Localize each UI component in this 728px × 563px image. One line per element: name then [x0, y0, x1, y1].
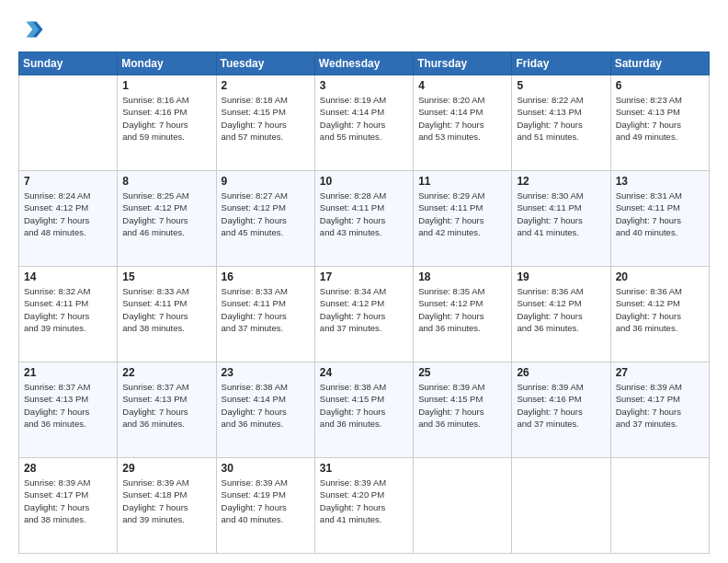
calendar-cell: 17Sunrise: 8:34 AMSunset: 4:12 PMDayligh…: [314, 267, 413, 362]
day-info: Sunrise: 8:39 AMSunset: 4:16 PMDaylight:…: [517, 381, 605, 430]
day-number: 6: [616, 79, 704, 92]
day-info: Sunrise: 8:38 AMSunset: 4:15 PMDaylight:…: [320, 381, 408, 430]
calendar-weekday-friday: Friday: [512, 52, 610, 75]
day-number: 12: [517, 175, 605, 188]
day-number: 10: [320, 175, 408, 188]
day-info: Sunrise: 8:24 AMSunset: 4:12 PMDaylight:…: [24, 190, 112, 238]
calendar-cell: 25Sunrise: 8:39 AMSunset: 4:15 PMDayligh…: [414, 362, 512, 458]
calendar-cell: 14Sunrise: 8:32 AMSunset: 4:11 PMDayligh…: [19, 267, 118, 362]
day-number: 1: [122, 79, 210, 92]
calendar-cell: 24Sunrise: 8:38 AMSunset: 4:15 PMDayligh…: [314, 362, 413, 458]
calendar-cell: 21Sunrise: 8:37 AMSunset: 4:13 PMDayligh…: [19, 362, 118, 458]
calendar-weekday-wednesday: Wednesday: [314, 52, 413, 75]
calendar-weekday-sunday: Sunday: [19, 52, 118, 75]
day-number: 29: [122, 462, 210, 475]
page: SundayMondayTuesdayWednesdayThursdayFrid…: [0, 0, 728, 563]
day-info: Sunrise: 8:27 AMSunset: 4:12 PMDaylight:…: [222, 190, 310, 238]
day-number: 28: [24, 462, 112, 475]
day-info: Sunrise: 8:39 AMSunset: 4:17 PMDaylight:…: [24, 477, 112, 525]
day-number: 11: [418, 175, 506, 188]
day-info: Sunrise: 8:37 AMSunset: 4:13 PMDaylight:…: [122, 381, 210, 430]
calendar-week-3: 14Sunrise: 8:32 AMSunset: 4:11 PMDayligh…: [19, 267, 710, 362]
day-info: Sunrise: 8:18 AMSunset: 4:15 PMDaylight:…: [222, 94, 310, 143]
calendar-header-row: SundayMondayTuesdayWednesdayThursdayFrid…: [19, 52, 710, 75]
day-info: Sunrise: 8:33 AMSunset: 4:11 PMDaylight:…: [122, 285, 210, 334]
calendar-table: SundayMondayTuesdayWednesdayThursdayFrid…: [18, 52, 710, 554]
logo-icon: [18, 17, 44, 42]
day-number: 18: [418, 270, 506, 283]
calendar-cell: 7Sunrise: 8:24 AMSunset: 4:12 PMDaylight…: [19, 171, 118, 267]
calendar-cell: 28Sunrise: 8:39 AMSunset: 4:17 PMDayligh…: [19, 458, 118, 554]
day-number: 25: [418, 366, 506, 379]
day-info: Sunrise: 8:22 AMSunset: 4:13 PMDaylight:…: [517, 94, 605, 143]
day-number: 19: [517, 270, 605, 283]
day-info: Sunrise: 8:31 AMSunset: 4:11 PMDaylight:…: [616, 190, 704, 238]
day-number: 2: [222, 79, 310, 92]
calendar-cell: 15Sunrise: 8:33 AMSunset: 4:11 PMDayligh…: [118, 267, 216, 362]
day-number: 22: [122, 366, 210, 379]
calendar-week-2: 7Sunrise: 8:24 AMSunset: 4:12 PMDaylight…: [19, 171, 710, 267]
calendar-cell: 6Sunrise: 8:23 AMSunset: 4:13 PMDaylight…: [610, 75, 709, 171]
day-info: Sunrise: 8:39 AMSunset: 4:18 PMDaylight:…: [122, 477, 210, 525]
day-info: Sunrise: 8:36 AMSunset: 4:12 PMDaylight:…: [517, 285, 605, 334]
day-number: 20: [616, 270, 704, 283]
calendar-cell: [610, 458, 709, 554]
day-number: 8: [122, 175, 210, 188]
day-number: 21: [24, 366, 112, 379]
calendar-cell: 3Sunrise: 8:19 AMSunset: 4:14 PMDaylight…: [314, 75, 413, 171]
calendar-cell: 16Sunrise: 8:33 AMSunset: 4:11 PMDayligh…: [216, 267, 314, 362]
calendar-week-4: 21Sunrise: 8:37 AMSunset: 4:13 PMDayligh…: [19, 362, 710, 458]
calendar-week-1: 1Sunrise: 8:16 AMSunset: 4:16 PMDaylight…: [19, 75, 710, 171]
day-info: Sunrise: 8:35 AMSunset: 4:12 PMDaylight:…: [418, 285, 506, 334]
calendar-cell: 27Sunrise: 8:39 AMSunset: 4:17 PMDayligh…: [610, 362, 709, 458]
day-number: 14: [24, 270, 112, 283]
day-number: 17: [320, 270, 408, 283]
day-number: 27: [616, 366, 704, 379]
calendar-cell: 30Sunrise: 8:39 AMSunset: 4:19 PMDayligh…: [216, 458, 314, 554]
calendar-weekday-saturday: Saturday: [610, 52, 709, 75]
day-number: 4: [418, 79, 506, 92]
day-info: Sunrise: 8:29 AMSunset: 4:11 PMDaylight:…: [418, 190, 506, 238]
calendar-cell: 23Sunrise: 8:38 AMSunset: 4:14 PMDayligh…: [216, 362, 314, 458]
calendar-cell: 4Sunrise: 8:20 AMSunset: 4:14 PMDaylight…: [414, 75, 512, 171]
day-number: 16: [222, 270, 310, 283]
day-info: Sunrise: 8:19 AMSunset: 4:14 PMDaylight:…: [320, 94, 408, 143]
day-number: 23: [222, 366, 310, 379]
day-number: 31: [320, 462, 408, 475]
day-number: 15: [122, 270, 210, 283]
day-info: Sunrise: 8:32 AMSunset: 4:11 PMDaylight:…: [24, 285, 112, 334]
day-info: Sunrise: 8:39 AMSunset: 4:19 PMDaylight:…: [222, 477, 310, 525]
day-number: 26: [517, 366, 605, 379]
day-info: Sunrise: 8:36 AMSunset: 4:12 PMDaylight:…: [616, 285, 704, 334]
day-number: 5: [517, 79, 605, 92]
calendar-cell: 20Sunrise: 8:36 AMSunset: 4:12 PMDayligh…: [610, 267, 709, 362]
calendar-cell: [414, 458, 512, 554]
day-info: Sunrise: 8:16 AMSunset: 4:16 PMDaylight:…: [122, 94, 210, 143]
calendar-week-5: 28Sunrise: 8:39 AMSunset: 4:17 PMDayligh…: [19, 458, 710, 554]
day-info: Sunrise: 8:33 AMSunset: 4:11 PMDaylight:…: [222, 285, 310, 334]
calendar-cell: 18Sunrise: 8:35 AMSunset: 4:12 PMDayligh…: [414, 267, 512, 362]
calendar-cell: 29Sunrise: 8:39 AMSunset: 4:18 PMDayligh…: [118, 458, 216, 554]
calendar-cell: 9Sunrise: 8:27 AMSunset: 4:12 PMDaylight…: [216, 171, 314, 267]
calendar-cell: 2Sunrise: 8:18 AMSunset: 4:15 PMDaylight…: [216, 75, 314, 171]
calendar-weekday-thursday: Thursday: [414, 52, 512, 75]
day-info: Sunrise: 8:34 AMSunset: 4:12 PMDaylight:…: [320, 285, 408, 334]
day-info: Sunrise: 8:39 AMSunset: 4:20 PMDaylight:…: [320, 477, 408, 525]
calendar-cell: 31Sunrise: 8:39 AMSunset: 4:20 PMDayligh…: [314, 458, 413, 554]
calendar-cell: 10Sunrise: 8:28 AMSunset: 4:11 PMDayligh…: [314, 171, 413, 267]
day-info: Sunrise: 8:28 AMSunset: 4:11 PMDaylight:…: [320, 190, 408, 238]
calendar-cell: 26Sunrise: 8:39 AMSunset: 4:16 PMDayligh…: [512, 362, 610, 458]
calendar-cell: [512, 458, 610, 554]
header: [18, 17, 710, 42]
calendar-cell: [19, 75, 118, 171]
day-number: 13: [616, 175, 704, 188]
day-info: Sunrise: 8:39 AMSunset: 4:17 PMDaylight:…: [616, 381, 704, 430]
day-info: Sunrise: 8:39 AMSunset: 4:15 PMDaylight:…: [418, 381, 506, 430]
calendar-cell: 13Sunrise: 8:31 AMSunset: 4:11 PMDayligh…: [610, 171, 709, 267]
calendar-cell: 5Sunrise: 8:22 AMSunset: 4:13 PMDaylight…: [512, 75, 610, 171]
calendar-cell: 12Sunrise: 8:30 AMSunset: 4:11 PMDayligh…: [512, 171, 610, 267]
day-info: Sunrise: 8:23 AMSunset: 4:13 PMDaylight:…: [616, 94, 704, 143]
logo: [18, 17, 48, 42]
day-info: Sunrise: 8:30 AMSunset: 4:11 PMDaylight:…: [517, 190, 605, 238]
calendar-weekday-monday: Monday: [118, 52, 216, 75]
